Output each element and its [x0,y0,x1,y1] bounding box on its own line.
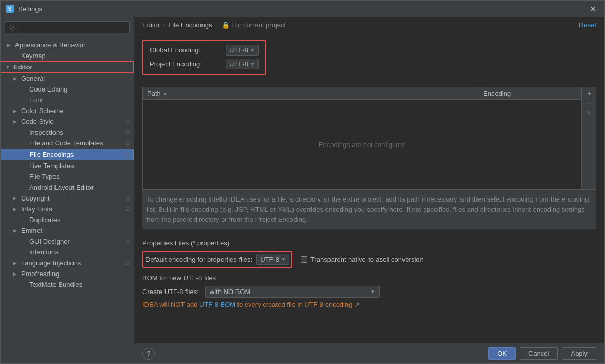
sidebar-item-inlay-hints[interactable]: ▶ Inlay Hints ⊡ [1,204,134,214]
dropdown-arrow-icon: ▼ [250,62,255,67]
copy-icon: ⊡ [125,130,130,135]
sidebar-item-file-code-templates[interactable]: File and Code Templates ⊡ [1,138,134,149]
ok-button[interactable]: OK [488,347,516,360]
window-title: Settings [18,5,42,13]
add-row-button[interactable]: ＋ [585,89,593,97]
breadcrumb-left: Editor › File Encodings 🔒 For current pr… [142,21,286,29]
sidebar-item-label: File Encodings [30,151,74,158]
sidebar-item-color-scheme[interactable]: ▶ Color Scheme [1,105,134,116]
dropdown-arrow-icon: ▼ [281,257,286,262]
sidebar-item-font[interactable]: Font [1,95,134,105]
sidebar-item-label: General [21,75,45,82]
encoding-column-header: Encoding [479,87,581,99]
bom-section: BOM for new UTF-8 files Create UTF-8 fil… [142,274,596,308]
sidebar-item-textmate-bundles[interactable]: TextMate Bundles [1,279,134,290]
props-encoding-dropdown[interactable]: UTF-8 ▼ [256,254,289,265]
sidebar-item-copyright[interactable]: ▶ Copyright ⊡ [1,193,134,204]
sidebar-item-file-encodings[interactable]: File Encodings ⊡ [1,149,134,160]
sidebar-item-label: Editor [13,63,33,71]
bom-value: with NO BOM [210,288,370,296]
copy-icon: ⊡ [125,119,130,124]
apply-button[interactable]: Apply [562,347,596,360]
edit-row-button[interactable]: ✎ [586,110,592,116]
sidebar-item-language-injections[interactable]: ▶ Language Injections ⊡ [1,258,134,268]
main-content: ▶ Appearance & Behavior Keymap ▼ Editor … [1,17,604,363]
bottom-bar: ? OK Cancel Apply [134,343,604,363]
app-icon: S [6,5,14,13]
project-encoding-dropdown[interactable]: UTF-8 ▼ [226,59,259,69]
settings-panel: Global Encoding: UTF-8 ▼ Project Encodin… [134,33,604,343]
properties-section-title: Properties Files (*.properties) [142,239,596,247]
global-encoding-dropdown[interactable]: UTF-8 ▼ [226,45,259,56]
nav-tree: ▶ Appearance & Behavior Keymap ▼ Editor … [1,38,134,363]
arrow-icon: ▶ [13,108,19,114]
sidebar-item-code-style[interactable]: ▶ Code Style ⊡ [1,116,134,127]
sidebar-item-label: Live Templates [29,162,74,170]
sidebar-item-file-types[interactable]: File Types [1,171,134,182]
sidebar-item-label: Language Injections [21,259,81,267]
sidebar-item-editor[interactable]: ▼ Editor [1,61,134,73]
sidebar-item-keymap[interactable]: Keymap [1,50,134,61]
search-box [1,17,134,38]
description-text: To change encoding IntelliJ IDEA uses fo… [142,190,596,229]
reset-button[interactable]: Reset [579,21,596,29]
project-encoding-value: UTF-8 [229,60,248,68]
search-input[interactable] [5,21,130,33]
cancel-button[interactable]: Cancel [520,347,558,360]
breadcrumb-editor: Editor [142,21,160,29]
arrow-icon: ▶ [13,76,19,81]
sidebar-item-intentions[interactable]: Intentions [1,247,134,258]
sidebar-item-label: TextMate Bundles [29,281,82,288]
copy-icon: ⊡ [125,140,130,146]
path-encoding-table: Path ▲ Encoding Encodings are not config… [142,87,596,190]
dropdown-arrow-icon: ▼ [250,48,255,53]
empty-message: Encodings are not configured [319,141,406,149]
breadcrumb: Editor › File Encodings 🔒 For current pr… [134,17,604,33]
sidebar-item-code-editing[interactable]: Code Editing [1,84,134,95]
remove-row-button[interactable]: － [585,100,593,107]
sidebar-item-general[interactable]: ▶ General [1,73,134,84]
bom-note: IDEA will NOT add UTF-8 BOM to every cre… [142,301,596,308]
bom-note-suffix: to every created file in UTF-8 encoding [237,301,352,308]
global-encoding-value: UTF-8 [229,46,248,54]
bom-note-link[interactable]: UTF-8 BOM [199,301,235,308]
sidebar-item-proofreading[interactable]: ▶ Proofreading [1,268,134,279]
sidebar-item-appearance[interactable]: ▶ Appearance & Behavior [1,40,134,50]
props-encoding-value: UTF-8 [260,256,279,263]
arrow-icon: ▶ [13,271,19,277]
lock-icon: 🔒 [222,21,230,29]
external-link-icon: ↗ [354,301,360,308]
sidebar-item-live-templates[interactable]: Live Templates [1,160,134,171]
copy-icon: ⊡ [125,206,130,212]
project-encoding-row: Project Encoding: UTF-8 ▼ [150,59,259,69]
bom-dropdown[interactable]: with NO BOM ▼ [205,286,380,298]
encoding-boxes-container: Global Encoding: UTF-8 ▼ Project Encodin… [142,40,596,81]
arrow-icon: ▼ [5,64,11,70]
sidebar-item-label: Android Layout Editor [29,184,94,191]
global-encoding-row: Global Encoding: UTF-8 ▼ [150,45,259,56]
close-button[interactable]: ✕ [586,3,599,15]
project-encoding-label: Project Encoding: [150,60,222,68]
sidebar-item-emmet[interactable]: ▶ Emmet [1,225,134,236]
create-utf8-label: Create UTF-8 files: [142,288,199,296]
sidebar-item-label: Intentions [29,248,58,256]
arrow-icon: ▶ [7,42,13,48]
titlebar: S Settings ✕ [1,1,604,17]
sidebar-item-label: Copyright [21,194,50,202]
sidebar-item-inspections[interactable]: Inspections ⊡ [1,127,134,138]
help-button[interactable]: ? [142,348,155,360]
arrow-icon: ▶ [13,228,19,233]
copy-icon: ⊡ [125,195,130,201]
sidebar-item-duplicates[interactable]: Duplicates [1,214,134,225]
sidebar-item-android-layout-editor[interactable]: Android Layout Editor [1,182,134,193]
table-actions-column: ＋ － ✎ [581,87,596,189]
path-label: Path [147,89,161,97]
sidebar-item-gui-designer[interactable]: GUI Designer ⊡ [1,236,134,247]
arrow-icon: ▶ [13,195,19,201]
sidebar-item-label: Code Style [21,118,54,125]
sidebar-item-label: Proofreading [21,270,59,278]
sidebar-item-label: Emmet [21,227,42,234]
arrow-icon: ▶ [13,119,19,124]
breadcrumb-separator: › [163,21,165,29]
transparent-checkbox[interactable] [301,256,307,263]
